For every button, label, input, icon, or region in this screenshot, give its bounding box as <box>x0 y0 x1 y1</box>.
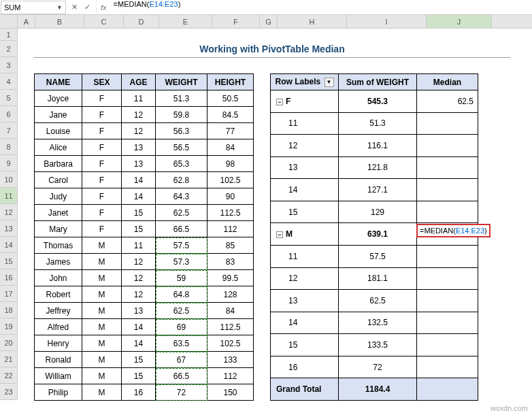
pivot-sum-cell[interactable]: 57.5 <box>339 245 417 267</box>
row-header-8[interactable]: 8 <box>0 139 18 155</box>
cell-name[interactable]: William <box>35 368 82 384</box>
pivot-median-cell[interactable] <box>417 334 478 356</box>
cell-name[interactable]: Janet <box>35 205 82 221</box>
pivot-sum-cell[interactable]: 133.5 <box>339 334 417 356</box>
row-header-2[interactable]: 2 <box>0 41 18 57</box>
pivot-item-label[interactable]: 11 <box>271 245 339 267</box>
cell-age[interactable]: 12 <box>122 270 156 286</box>
cell-weight[interactable]: 72 <box>156 384 207 401</box>
cell-weight[interactable]: 63.5 <box>156 335 207 352</box>
column-header-A[interactable]: A <box>18 15 35 28</box>
pivot-sum-cell[interactable]: 62.5 <box>339 290 417 312</box>
col-header-sex[interactable]: SEX <box>82 74 122 90</box>
cell-name[interactable]: Judy <box>35 188 82 205</box>
pivot-sum-cell[interactable]: 129 <box>339 201 417 223</box>
cell-name[interactable]: Jeffrey <box>35 303 82 319</box>
row-header-10[interactable]: 10 <box>0 171 18 188</box>
pivot-median-cell[interactable] <box>417 112 478 135</box>
cell-weight[interactable]: 56.3 <box>156 123 207 139</box>
cell-age[interactable]: 15 <box>122 221 156 237</box>
cell-age[interactable]: 11 <box>122 90 156 107</box>
pivot-median-cell[interactable] <box>417 356 478 378</box>
pivot-filter-dropdown-icon[interactable]: ▼ <box>325 78 334 87</box>
cell-weight[interactable]: 65.3 <box>156 156 207 172</box>
cell-age[interactable]: 14 <box>122 319 156 335</box>
pivot-median-cell[interactable] <box>417 267 478 290</box>
select-all-corner[interactable] <box>0 15 18 28</box>
cell-sex[interactable]: M <box>82 352 122 368</box>
pivot-item-label[interactable]: 13 <box>271 290 339 312</box>
cell-height[interactable]: 99.5 <box>207 270 254 286</box>
cell-height[interactable]: 112 <box>207 221 254 237</box>
cell-name[interactable]: Alfred <box>35 319 82 335</box>
row-header-15[interactable]: 15 <box>0 253 18 269</box>
cell-sex[interactable]: M <box>82 384 122 401</box>
pivot-item-label[interactable]: 14 <box>271 179 339 201</box>
cell-sex[interactable]: M <box>82 237 122 254</box>
cell-sex[interactable]: F <box>82 156 122 172</box>
pivot-item-label[interactable]: 11 <box>271 112 339 135</box>
pivot-item-label[interactable]: 16 <box>271 356 339 378</box>
pivot-sum-cell[interactable]: 545.3 <box>339 90 417 113</box>
pivot-item-label[interactable]: 14 <box>271 312 339 334</box>
cell-sex[interactable]: F <box>82 90 122 107</box>
collapse-icon[interactable]: − <box>276 99 283 105</box>
row-header-23[interactable]: 23 <box>0 384 18 400</box>
cell-weight[interactable]: 66.5 <box>156 221 207 237</box>
cell-sex[interactable]: M <box>82 286 122 303</box>
cell-age[interactable]: 12 <box>122 123 156 139</box>
cell-age[interactable]: 13 <box>122 156 156 172</box>
cell-age[interactable]: 12 <box>122 254 156 270</box>
cell-height[interactable]: 133 <box>207 352 254 368</box>
cell-sex[interactable]: F <box>82 139 122 156</box>
cell-name[interactable]: Alice <box>35 139 82 156</box>
pivot-median-cell[interactable] <box>417 312 478 334</box>
row-header-7[interactable]: 7 <box>0 122 18 139</box>
cell-weight[interactable]: 62.5 <box>156 303 207 319</box>
column-header-F[interactable]: F <box>212 15 260 28</box>
cell-name[interactable]: Jane <box>35 107 82 123</box>
cancel-icon[interactable]: ✕ <box>71 3 78 12</box>
cell-sex[interactable]: M <box>82 270 122 286</box>
pivot-sum-cell[interactable]: 72 <box>339 356 417 378</box>
cell-name[interactable]: Robert <box>35 286 82 303</box>
pivot-header-sumweight[interactable]: Sum of WEIGHT <box>339 74 417 90</box>
row-header-13[interactable]: 13 <box>0 220 18 237</box>
cell-weight[interactable]: 57.3 <box>156 254 207 270</box>
accept-icon[interactable]: ✓ <box>84 3 90 12</box>
pivot-sum-cell[interactable]: 132.5 <box>339 312 417 334</box>
row-header-5[interactable]: 5 <box>0 90 18 106</box>
name-box-dropdown-icon[interactable]: ▼ <box>56 4 63 11</box>
cell-height[interactable]: 102.5 <box>207 335 254 352</box>
cell-weight[interactable]: 62.8 <box>156 172 207 188</box>
pivot-header-median[interactable]: Median <box>417 74 478 90</box>
row-header-18[interactable]: 18 <box>0 302 18 318</box>
row-header-3[interactable]: 3 <box>0 57 18 73</box>
cell-age[interactable]: 15 <box>122 368 156 384</box>
cell-name[interactable]: Ronald <box>35 352 82 368</box>
row-header-9[interactable]: 9 <box>0 155 18 171</box>
row-header-4[interactable]: 4 <box>0 73 18 90</box>
cell-sex[interactable]: M <box>82 254 122 270</box>
cell-height[interactable]: 112.5 <box>207 205 254 221</box>
row-header-12[interactable]: 12 <box>0 204 18 220</box>
cell-sex[interactable]: M <box>82 335 122 352</box>
row-header-1[interactable]: 1 <box>0 29 18 41</box>
cell-weight[interactable]: 57.5 <box>156 237 207 254</box>
cell-height[interactable]: 98 <box>207 156 254 172</box>
pivot-sum-cell[interactable]: 121.8 <box>339 156 417 179</box>
row-header-19[interactable]: 19 <box>0 318 18 335</box>
cell-name[interactable]: James <box>35 254 82 270</box>
cell-height[interactable]: 84 <box>207 303 254 319</box>
name-box[interactable]: SUM ▼ <box>1 1 66 14</box>
pivot-median-cell[interactable]: 62.5 <box>417 90 478 113</box>
pivot-median-cell[interactable] <box>417 135 478 157</box>
cell-height[interactable]: 128 <box>207 286 254 303</box>
cell-name[interactable]: Joyce <box>35 90 82 107</box>
cell-sex[interactable]: F <box>82 188 122 205</box>
pivot-item-label[interactable]: 12 <box>271 135 339 157</box>
cell-weight[interactable]: 59 <box>156 270 207 286</box>
cell-sex[interactable]: M <box>82 368 122 384</box>
cell-sex[interactable]: F <box>82 107 122 123</box>
pivot-item-label[interactable]: 15 <box>271 334 339 356</box>
